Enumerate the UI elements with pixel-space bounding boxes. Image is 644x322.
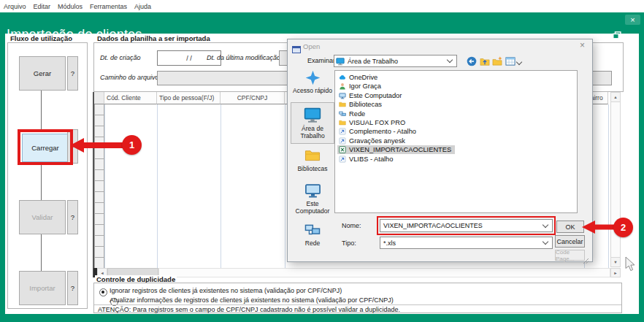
file-name-combobox[interactable]: VIXEN_IMPORTACAOCLIENTES [380,219,553,232]
import-button[interactable]: Importar [19,271,66,305]
up-folder-icon[interactable] [480,56,490,66]
file-item[interactable]: OneDrive [337,73,381,82]
flow-connector [41,164,42,200]
generate-help-button[interactable]: ? [67,56,78,91]
look-in-value: Área de Trabalho [348,58,398,65]
grid-line [104,104,105,268]
radio-update-existing-label: Atualizar informações de registros de cl… [110,296,394,304]
place-item-acesso-ra-pido[interactable]: Acesso rápido [291,70,334,99]
up-folder-icon [480,56,490,66]
row-header[interactable] [94,236,104,247]
restore-button[interactable] [613,29,621,37]
v-scrollbar-track[interactable] [610,92,621,267]
dialog-title: Open [303,42,320,50]
menu-item-ajuda[interactable]: Ajuda [134,3,151,10]
row-header[interactable] [94,104,104,115]
network-icon [304,222,321,238]
shortcut-icon [339,137,346,145]
file-item[interactable]: Igor Graça [337,82,385,91]
cancel-button[interactable]: Cancelar [555,235,585,248]
col-header-cod-cliente[interactable]: Cód. Cliente [104,92,157,104]
row-header[interactable] [94,225,104,236]
place-item-label: Este Computador [296,200,330,215]
row-header[interactable] [94,203,104,214]
scroll-right-button[interactable]: ► [610,268,621,277]
place-item-label: Acesso rápido [293,87,332,94]
place-item-label: Área de Trabalho [300,125,324,139]
row-header[interactable] [94,214,104,225]
resize-grip-icon[interactable] [583,254,589,267]
validate-button[interactable]: Validar [19,200,66,234]
back-icon[interactable] [467,56,477,66]
file-item[interactable]: Complemento - Atalho [337,127,420,136]
close-button[interactable]: × [625,15,640,25]
file-item[interactable]: VISUAL FOX PRO [337,118,409,127]
row-header[interactable] [94,115,104,126]
menu-item-editar[interactable]: Editar [34,3,51,10]
col-header-tipo-pessoa[interactable]: Tipo de pessoa(F/J) [157,92,221,104]
view-menu-icon[interactable] [505,56,515,66]
file-item[interactable]: VLIBS - Atalho [337,155,396,164]
file-name-label: Nome: [342,222,361,229]
annotation-step-1: 1 [122,135,142,155]
annotation-step-2: 2 [613,218,633,237]
window-frame-bottom [0,314,644,322]
warning-divider [94,304,621,305]
shortcut-icon [339,156,346,163]
view-menu-icon [505,56,515,66]
h-scrollbar-track[interactable] [158,268,610,277]
row-header[interactable] [94,170,104,181]
view-menu-caret-icon[interactable] [516,59,522,65]
menu-item-arquivo[interactable]: Arquivo [4,3,26,10]
computer-icon [339,92,346,99]
look-in-combobox[interactable]: Área de Trabalho [334,55,457,67]
creation-date-label: Dt. de criação [100,54,141,61]
col-header-cpf-cnpj[interactable]: CPF/CNPJ [221,92,285,104]
file-item[interactable]: Este Computador [337,91,405,100]
row-header[interactable] [94,181,104,192]
code-page-button[interactable]: Code Page... [555,250,585,261]
place-item-a-rea-de-trabalho[interactable]: Área de Trabalho [291,102,334,144]
row-header[interactable] [94,258,104,269]
menu-item-ferramentas[interactable]: Ferramentas [90,3,127,10]
file-item[interactable]: Bibliotecas [337,100,386,109]
file-item-label: Igor Graça [349,83,381,90]
file-name-value: VIXEN_IMPORTACAOCLIENTES [383,222,483,229]
dialog-close-icon[interactable]: × [580,40,585,50]
new-folder-icon[interactable] [492,56,502,66]
minimize-button[interactable] [597,34,605,35]
user-icon [339,83,346,90]
place-item-este-computador[interactable]: Este Computador [291,182,334,220]
file-item[interactable]: VIXEN_IMPORTACAOCLIENTES [337,145,455,154]
libraries-icon [339,101,346,108]
place-item-bibliotecas[interactable]: Bibliotecas [291,147,334,177]
flow-panel-title: Fluxo de utilização [9,34,74,42]
desktop-icon [304,106,321,123]
file-item[interactable]: Gravações anyesk [337,137,409,145]
row-header[interactable] [94,159,104,170]
table-corner-cell [94,92,104,104]
radio-ignore-existing-label: Ignorar registros de clientes já existen… [110,287,342,294]
file-type-label: Tipo: [342,239,356,247]
desktop-icon [336,57,345,66]
excel-file-icon [339,146,346,153]
quick-access-star-icon [305,70,321,85]
menu-item-modulos[interactable]: Módulos [58,3,83,10]
file-list[interactable]: OneDriveIgor GraçaEste ComputadorBibliot… [334,70,578,213]
mouse-cursor [625,256,635,272]
computer-icon [304,182,321,199]
radio-ignore-existing[interactable] [99,288,107,296]
import-clients-window: #app{--green:#00936e;} ArquivoEditarMódu… [0,0,644,322]
open-dialog: Open × Examinar: Área de Trabalho Acesso… [287,39,593,262]
file-item[interactable]: Rede [337,110,369,118]
import-help-button[interactable]: ? [67,271,78,305]
validate-help-button[interactable]: ? [67,200,78,234]
scroll-down-button[interactable]: ▼ [610,257,621,267]
place-item-rede[interactable]: Rede [291,222,334,253]
scroll-up-button[interactable]: ▲ [610,92,621,102]
row-header[interactable] [94,192,104,203]
file-type-combobox[interactable]: *.xls [380,237,553,249]
generate-button[interactable]: Gerar [19,56,66,91]
row-header[interactable] [94,247,104,258]
grid-line [221,104,221,268]
